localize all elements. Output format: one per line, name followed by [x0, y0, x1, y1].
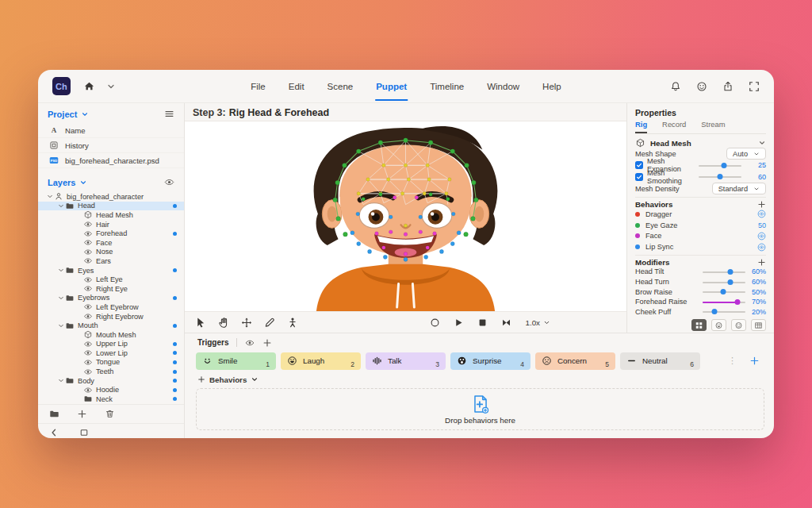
- mesh-view-button[interactable]: [691, 319, 707, 331]
- layer-row-mouth[interactable]: Mouth: [38, 321, 184, 330]
- bell-icon[interactable]: [670, 81, 681, 92]
- visibility-eye-icon[interactable]: [757, 243, 766, 252]
- checkbox-mesh-expansion[interactable]: [635, 161, 643, 169]
- mesh-density-dropdown[interactable]: Standard: [712, 183, 766, 194]
- grid-view-button[interactable]: [751, 319, 766, 331]
- menu-timeline[interactable]: Timeline: [429, 71, 465, 101]
- loop-button[interactable]: [501, 318, 511, 328]
- share-icon[interactable]: [722, 81, 733, 92]
- pen-tool-button[interactable]: [263, 317, 276, 329]
- layer-row-face[interactable]: Face: [38, 238, 184, 248]
- layer-row-head[interactable]: Head: [38, 202, 184, 211]
- slider-head-turn[interactable]: [703, 278, 745, 287]
- home-icon[interactable]: [83, 80, 95, 92]
- frame-icon[interactable]: [79, 428, 89, 437]
- layer-row-teeth[interactable]: Teeth: [38, 367, 184, 376]
- menu-help[interactable]: Help: [542, 71, 562, 101]
- layer-row-left-eyebrow[interactable]: Left Eyebrow: [38, 302, 184, 312]
- layer-row-hoodie[interactable]: Hoodie: [38, 385, 184, 394]
- add-behavior-icon[interactable]: [757, 200, 766, 209]
- layer-row-eyes[interactable]: Eyes: [38, 266, 184, 275]
- menu-edit[interactable]: Edit: [288, 71, 305, 101]
- add-trigger-icon[interactable]: [262, 338, 272, 348]
- project-item-big-forehead-character-psd[interactable]: PSD big_forehead_character.psd: [38, 153, 184, 168]
- eye-icon[interactable]: [83, 229, 93, 238]
- visibility-eye-icon[interactable]: [757, 210, 766, 218]
- smiley-icon[interactable]: [696, 81, 707, 92]
- add-trigger-chip-icon[interactable]: [749, 356, 760, 366]
- trigger-chip-laugh[interactable]: Laugh 2: [281, 352, 361, 370]
- layer-row-nose[interactable]: Nose: [38, 248, 184, 257]
- trigger-chip-surprise[interactable]: Surprise 4: [450, 352, 530, 370]
- layer-row-ears[interactable]: Ears: [38, 256, 184, 266]
- behavior-row-eye-gaze[interactable]: Eye Gaze 50: [635, 220, 766, 231]
- checkbox-mesh-smoothing[interactable]: [635, 173, 643, 181]
- stop-button[interactable]: [477, 318, 488, 328]
- project-panel-header[interactable]: Project: [38, 103, 184, 123]
- new-folder-icon[interactable]: [49, 409, 59, 419]
- head-mesh-section-header[interactable]: Head Mesh: [635, 138, 766, 148]
- expand-chevron-icon[interactable]: [57, 267, 65, 274]
- expand-chevron-icon[interactable]: [57, 377, 65, 384]
- layers-panel-header[interactable]: Layers: [38, 171, 184, 191]
- layer-row-upper-lip[interactable]: Upper Lip: [38, 340, 184, 349]
- eye-icon[interactable]: [164, 177, 174, 187]
- face-side-button[interactable]: [731, 319, 746, 331]
- rig-pin-tool-button[interactable]: [286, 317, 299, 329]
- project-item-history[interactable]: History: [38, 138, 184, 153]
- trigger-chip-neutral[interactable]: Neutral 6: [620, 352, 700, 370]
- eye-icon[interactable]: [83, 386, 93, 394]
- slider-brow-raise[interactable]: [703, 287, 745, 296]
- puppet-canvas[interactable]: [185, 121, 626, 312]
- layer-row-tongue[interactable]: Tongue: [38, 358, 184, 368]
- layer-row-body[interactable]: Body: [38, 376, 184, 386]
- behaviors-tray-header[interactable]: Behaviors: [185, 371, 774, 385]
- collapse-chevron-left-icon[interactable]: [49, 428, 59, 437]
- record-button[interactable]: [430, 318, 440, 328]
- mesh-shape-dropdown[interactable]: Auto: [726, 148, 766, 160]
- slider-cheek-puff[interactable]: [703, 307, 745, 316]
- add-layer-icon[interactable]: [77, 409, 87, 419]
- layer-row-right-eye[interactable]: Right Eye: [38, 284, 184, 294]
- layer-row-head-mesh[interactable]: Head Mesh: [38, 210, 184, 220]
- play-button[interactable]: [454, 318, 464, 328]
- trigger-chip-talk[interactable]: Talk 3: [366, 352, 446, 370]
- hand-tool-button[interactable]: [217, 317, 230, 329]
- menu-puppet[interactable]: Puppet: [375, 71, 408, 101]
- layer-row-right-eyebrow[interactable]: Right Eyebrow: [38, 312, 184, 321]
- eye-icon[interactable]: [83, 284, 93, 293]
- layer-row-left-eye[interactable]: Left Eye: [38, 275, 184, 284]
- eye-icon[interactable]: [83, 248, 93, 256]
- chevron-down-icon[interactable]: [106, 82, 116, 91]
- slider-mesh-expansion[interactable]: [699, 161, 741, 170]
- eye-icon[interactable]: [83, 275, 93, 284]
- layer-row-forehead[interactable]: Forehead: [38, 229, 184, 238]
- add-modifier-icon[interactable]: [757, 258, 766, 267]
- eye-icon[interactable]: [83, 340, 93, 348]
- slider-mesh-smoothing[interactable]: [699, 172, 741, 181]
- behavior-row-dragger[interactable]: Dragger: [635, 209, 766, 220]
- expand-chevron-icon[interactable]: [57, 322, 65, 329]
- eye-icon[interactable]: [83, 220, 93, 229]
- move-tool-button[interactable]: [240, 317, 253, 329]
- project-item-name[interactable]: A Name: [38, 123, 184, 138]
- playback-speed-dropdown[interactable]: 1.0x: [525, 318, 550, 327]
- trigger-chip-smile[interactable]: Smile 1: [196, 352, 276, 370]
- menu-window[interactable]: Window: [486, 71, 520, 101]
- eye-icon[interactable]: [83, 348, 93, 357]
- behavior-row-lip-sync[interactable]: Lip Sync: [635, 241, 766, 252]
- eye-icon[interactable]: [83, 238, 93, 247]
- layer-row-mouth-mesh[interactable]: Mouth Mesh: [38, 330, 184, 340]
- select-tool-button[interactable]: [194, 317, 207, 329]
- tab-stream[interactable]: Stream: [701, 120, 725, 133]
- fullscreen-icon[interactable]: [749, 81, 760, 92]
- layer-row-neck[interactable]: Neck: [38, 394, 184, 404]
- layer-row-hair[interactable]: Hair: [38, 220, 184, 229]
- behavior-row-face[interactable]: Face: [635, 231, 766, 242]
- eye-icon[interactable]: [245, 338, 255, 348]
- tab-record[interactable]: Record: [662, 120, 686, 133]
- face-front-button[interactable]: [711, 319, 726, 331]
- layer-row-eyebrows[interactable]: Eyebrows: [38, 294, 184, 303]
- expand-chevron-icon[interactable]: [57, 202, 65, 210]
- eye-icon[interactable]: [83, 358, 93, 367]
